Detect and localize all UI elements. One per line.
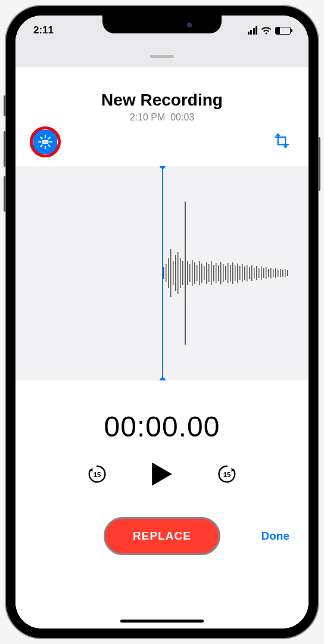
title-section: New Recording 2:10 PM 00:03 [15,67,309,123]
skip-back-15-icon: 15 [86,463,108,485]
recording-meta: 2:10 PM 00:03 [15,112,309,123]
svg-rect-17 [204,266,205,280]
svg-rect-31 [237,264,238,283]
svg-rect-33 [242,264,243,282]
grabber-icon [150,55,174,58]
svg-rect-3 [170,249,172,297]
svg-rect-41 [261,267,262,280]
trim-icon [273,132,291,150]
notch [102,16,222,33]
svg-rect-22 [216,263,217,283]
svg-rect-48 [278,270,279,277]
playback-controls: 15 15 [15,443,309,487]
svg-text:15: 15 [223,471,231,478]
mute-switch [4,95,6,116]
svg-rect-40 [258,268,260,278]
recording-timestamp: 2:10 PM [130,112,166,122]
skip-back-button[interactable]: 15 [86,463,108,485]
svg-rect-5 [175,255,176,291]
svg-rect-37 [251,265,253,281]
wifi-icon [261,27,272,35]
svg-rect-24 [220,262,222,284]
top-controls [15,123,309,166]
enhance-icon [38,134,53,150]
battery-icon [275,27,291,35]
svg-rect-39 [256,266,257,280]
volume-up [4,131,6,167]
svg-rect-19 [208,264,210,282]
svg-rect-35 [247,265,248,281]
volume-down [4,176,6,212]
svg-rect-25 [223,264,224,282]
done-button[interactable]: Done [261,530,290,543]
svg-rect-1 [166,264,167,282]
play-icon [150,461,174,487]
svg-rect-28 [230,265,231,281]
svg-rect-34 [244,267,245,280]
svg-text:15: 15 [94,471,101,478]
svg-rect-6 [177,252,179,294]
replace-button[interactable]: REPLACE [104,517,220,555]
skip-forward-button[interactable]: 15 [216,463,238,485]
svg-rect-16 [201,264,202,283]
svg-rect-9 [185,202,186,345]
waveform-area[interactable] [15,166,309,380]
phone-frame: 2:11 New Recording 2:10 PM 00:03 [6,6,318,638]
recording-duration: 00:03 [170,112,194,122]
status-time: 2:11 [33,24,54,36]
svg-rect-13 [194,262,195,284]
editor-content: New Recording 2:10 PM 00:03 [15,67,309,628]
svg-rect-14 [197,265,198,281]
enhance-button[interactable] [33,130,57,154]
power-button [318,137,320,191]
playhead-indicator[interactable] [162,166,163,380]
skip-forward-15-icon: 15 [216,463,238,485]
svg-rect-49 [280,269,281,277]
svg-rect-2 [168,258,169,288]
play-button[interactable] [150,461,174,487]
waveform-visualization [162,166,299,380]
svg-rect-51 [285,269,286,277]
svg-rect-11 [189,264,191,282]
svg-rect-26 [225,266,226,280]
sheet-grabber-area[interactable] [15,45,309,67]
svg-rect-12 [192,260,193,286]
svg-rect-32 [239,266,241,280]
svg-rect-42 [263,268,264,278]
svg-rect-15 [199,261,200,285]
svg-rect-0 [163,267,164,279]
svg-rect-29 [232,262,233,284]
svg-rect-50 [282,270,284,277]
bottom-bar: REPLACE Done [15,487,309,573]
svg-rect-27 [228,263,229,283]
recording-title[interactable]: New Recording [15,91,309,110]
cellular-signal-icon [248,26,258,35]
svg-rect-23 [218,265,219,281]
svg-rect-44 [268,269,269,277]
phone-screen: 2:11 New Recording 2:10 PM 00:03 [15,16,309,628]
svg-rect-30 [235,265,236,281]
playback-time: 00:00.00 [15,380,309,443]
svg-rect-38 [254,268,255,278]
svg-rect-7 [180,258,181,288]
svg-rect-18 [206,262,207,284]
trim-button[interactable] [273,132,291,152]
svg-rect-8 [182,261,183,285]
svg-rect-46 [273,269,274,277]
svg-rect-52 [287,270,288,276]
svg-rect-36 [249,267,250,279]
svg-rect-47 [275,268,276,278]
home-indicator[interactable] [120,620,204,623]
status-indicators [248,26,291,35]
svg-rect-4 [173,261,174,285]
svg-rect-10 [187,261,188,285]
svg-rect-43 [266,267,267,279]
svg-rect-21 [213,265,214,281]
svg-rect-45 [270,268,272,278]
svg-rect-20 [211,261,212,285]
